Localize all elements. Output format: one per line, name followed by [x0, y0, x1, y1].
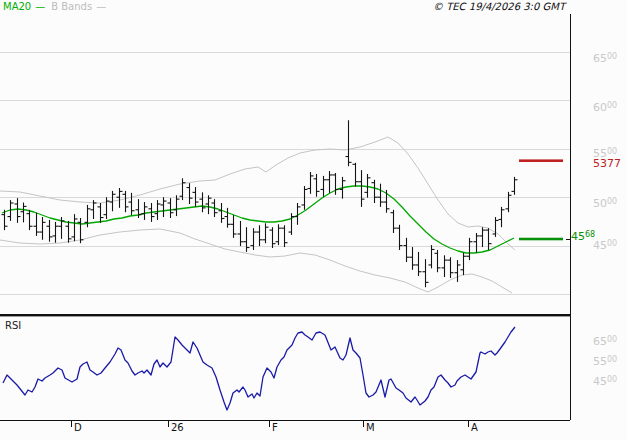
- time-axis-label: M: [366, 422, 375, 433]
- price-axis-label: 5000: [593, 197, 617, 210]
- ma20-legend-swatch: —: [35, 1, 45, 12]
- rsi-axis-label: 5500: [593, 355, 617, 368]
- price-axis-label: 4500: [593, 239, 617, 252]
- chart-canvas: [0, 0, 627, 440]
- time-axis-label: D: [74, 422, 82, 433]
- bbands-legend-label: B Bands: [51, 1, 92, 12]
- resistance-line: [519, 159, 563, 162]
- bollinger-lower-band: [0, 229, 512, 293]
- rsi-panel-label: RSI: [5, 320, 21, 331]
- time-axis-label: A: [471, 422, 478, 433]
- support-price-sup: 68: [585, 230, 595, 239]
- bbands-legend-swatch: —: [96, 1, 106, 12]
- rsi-panel-top-border: [0, 314, 570, 316]
- rsi-axis-label: 6500: [593, 335, 617, 348]
- support-price-label: 4568: [571, 230, 595, 243]
- price-axis-label: 5500: [593, 147, 617, 160]
- support-price-main: 45: [571, 230, 585, 243]
- support-line: [519, 238, 563, 241]
- stock-chart-screen: MA20—B Bands— © TEC 19/4/2026 3:0 GMT 53…: [0, 0, 627, 440]
- time-axis-label: 26: [171, 422, 184, 433]
- rsi-axis-label: 4500: [593, 375, 617, 388]
- price-axis-label: 6000: [593, 101, 617, 114]
- bollinger-upper-band: [0, 137, 515, 250]
- ma20-legend-label: MA20: [3, 1, 31, 12]
- ma20-line: [2, 186, 514, 253]
- rsi-line: [3, 327, 515, 410]
- copyright-text: © TEC 19/4/2026 3:0 GMT: [433, 1, 565, 12]
- legend: MA20—B Bands—: [3, 1, 112, 13]
- price-axis-label: 6500: [593, 52, 617, 65]
- time-axis-label: F: [272, 422, 278, 433]
